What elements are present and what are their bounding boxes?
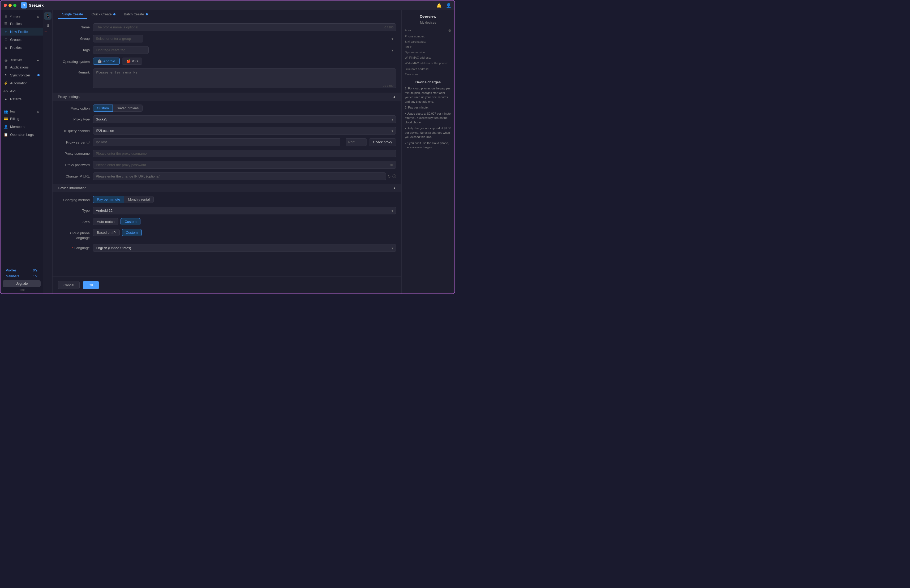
proxy-server-info-icon[interactable]: ⓘ	[87, 140, 90, 145]
mobile-device-icon[interactable]: 📱	[44, 12, 52, 19]
sidebar-item-synchronizer[interactable]: ↻ Synchronizer	[0, 71, 43, 79]
password-toggle-icon[interactable]: 👁	[390, 163, 393, 167]
sidebar-item-new-profile[interactable]: + New Profile ←	[0, 27, 43, 36]
operation-logs-label: Operation Logs	[10, 132, 34, 137]
proxy-type-row: Proxy type Socks5	[58, 115, 396, 123]
bluetooth-row: Bluetooth address:	[405, 68, 451, 71]
close-button[interactable]	[4, 4, 7, 7]
language-select[interactable]: English (United States)	[93, 244, 396, 252]
tabs-row: Single Create Quick Create Batch Create	[53, 10, 401, 19]
area-row: Area Auto-match Custom	[58, 218, 396, 225]
sidebar-item-billing[interactable]: 💳 Billing	[0, 115, 43, 123]
ip-query-select[interactable]: IP2Location	[93, 127, 396, 134]
user-icon[interactable]: 👤	[446, 3, 451, 8]
ip-query-label: IP query channel	[58, 127, 90, 134]
change-ip-input[interactable]	[93, 173, 386, 180]
proxy-port-input[interactable]	[346, 138, 367, 146]
api-label: API	[10, 89, 16, 93]
group-input[interactable]	[93, 35, 143, 42]
sidebar-item-api[interactable]: </> API	[0, 87, 43, 95]
sidebar-item-applications[interactable]: ⊞ Applications	[0, 63, 43, 71]
proxy-settings-section[interactable]: Proxy settings ▲	[53, 93, 401, 101]
sidebar-item-profiles[interactable]: ☰ Profiles	[0, 19, 43, 27]
device-info-section[interactable]: Device information ▲	[53, 184, 401, 192]
ip-query-select-wrapper: IP2Location	[93, 127, 396, 134]
content-scroll: Single Create Quick Create Batch Create …	[53, 10, 401, 276]
sidebar-item-members[interactable]: 👤 Members	[0, 123, 43, 131]
monthly-rental-button[interactable]: Monthly rental	[124, 196, 154, 203]
sidebar-item-referral[interactable]: ♦ Referral	[0, 95, 43, 103]
profiles-stat: Profiles 0/2	[3, 268, 40, 273]
tab-single-create[interactable]: Single Create	[58, 10, 87, 19]
pay-per-minute-button[interactable]: Pay per minute	[93, 196, 124, 203]
cloud-phone-lang-row: Cloud phone language Based on IP Custom	[58, 229, 396, 241]
proxy-type-select-wrapper: Socks5	[93, 115, 396, 123]
remark-textarea[interactable]	[93, 68, 396, 88]
profiles-stat-label: Profiles	[6, 268, 16, 272]
lang-custom-button[interactable]: Custom	[122, 229, 142, 236]
proxy-password-input[interactable]	[93, 161, 396, 169]
maximize-button[interactable]	[13, 4, 16, 7]
area-gear-icon[interactable]: ⚙	[448, 29, 451, 32]
name-row: Name 0 / 100	[58, 23, 396, 31]
sidebar-item-operation-logs[interactable]: 📋 Operation Logs	[0, 131, 43, 139]
remark-row: Remark 0 / 1500	[58, 68, 396, 89]
proxy-server-label: Proxy server ⓘ	[58, 138, 90, 145]
proxy-type-select[interactable]: Socks5	[93, 115, 396, 123]
automation-icon: ⚡	[4, 81, 8, 85]
new-profile-icon: +	[4, 29, 8, 34]
new-profile-label: New Profile	[10, 30, 27, 34]
sidebar-discover-header[interactable]: ◎ Discover ▲	[0, 56, 43, 63]
device-info-collapse-icon: ▲	[393, 186, 396, 190]
minimize-button[interactable]	[8, 4, 12, 7]
sidebar-item-groups[interactable]: ⊡ Groups	[0, 36, 43, 44]
name-input[interactable]	[93, 23, 396, 31]
upgrade-button[interactable]: Upgrade	[3, 280, 40, 287]
notification-icon[interactable]: 🔔	[436, 3, 442, 8]
tab-batch-create[interactable]: Batch Create	[120, 10, 152, 19]
synchronizer-icon: ↻	[4, 73, 8, 77]
change-ip-label: Change IP URL	[58, 173, 90, 178]
sidebar-team-header[interactable]: 👥 Team ▲	[0, 107, 43, 115]
proxy-host-input[interactable]	[93, 138, 340, 146]
sidebar-item-proxies[interactable]: ⊕ Proxies	[0, 44, 43, 52]
charge-bullet-1: • Usage starts at $0.007 per minute afte…	[405, 111, 451, 125]
area-overview-row: Area ⚙	[405, 29, 451, 32]
proxy-type-label: Proxy type	[58, 115, 90, 121]
imei-key: IMEI:	[405, 45, 412, 48]
proxy-username-input[interactable]	[93, 150, 396, 157]
proxy-custom-button[interactable]: Custom	[93, 105, 113, 112]
tab-quick-create[interactable]: Quick Create	[87, 10, 120, 19]
android-button[interactable]: 🤖 Android	[93, 58, 120, 65]
check-proxy-button[interactable]: Check proxy	[369, 138, 396, 146]
wifi-mac-key: Wi-Fi MAC address:	[405, 56, 431, 59]
tags-dropdown-icon: ▾	[391, 48, 393, 52]
type-select[interactable]: Android 12	[93, 207, 396, 215]
sidebar-item-automation[interactable]: ⚡ Automation	[0, 79, 43, 87]
device-icons-column: 📱 🖥	[43, 10, 53, 294]
sidebar-primary-header[interactable]: ⊞ Primary ▲	[0, 12, 43, 19]
proxy-saved-button[interactable]: Saved proxies	[113, 105, 142, 112]
discover-icon: ◎	[4, 58, 8, 62]
area-auto-match-button[interactable]: Auto-match	[93, 218, 118, 225]
name-label: Name	[58, 23, 90, 29]
sidebar: ⊞ Primary ▲ ☰ Profiles + New Profile ←	[0, 10, 43, 294]
ok-button[interactable]: OK	[83, 281, 99, 289]
ios-button[interactable]: 🍎 iOS	[122, 58, 142, 65]
desktop-device-icon[interactable]: 🖥	[44, 22, 52, 29]
change-ip-input-row: ↻ ⓘ	[93, 173, 396, 180]
name-field-wrapper: 0 / 100	[93, 23, 396, 31]
tags-input[interactable]	[93, 46, 149, 54]
chevron-up-icon: ▲	[36, 15, 40, 18]
info-icon[interactable]: ⓘ	[392, 174, 396, 179]
sidebar-bottom: Profiles 0/2 Members 1/2 Upgrade Free	[0, 265, 43, 294]
charge-bullet-3: • If you don't use the cloud phone, ther…	[405, 141, 451, 150]
cancel-button[interactable]: Cancel	[58, 281, 80, 289]
refresh-icon[interactable]: ↻	[388, 174, 391, 179]
billing-icon: 💳	[4, 116, 8, 121]
lang-based-on-ip-button[interactable]: Based on IP	[93, 229, 120, 236]
charging-method-row: Charging method Pay per minute Monthly r…	[58, 196, 396, 203]
members-icon: 👤	[4, 124, 8, 129]
area-custom-button[interactable]: Custom	[121, 218, 141, 225]
title-bar: G GeeLark 🔔 👤	[0, 0, 454, 10]
